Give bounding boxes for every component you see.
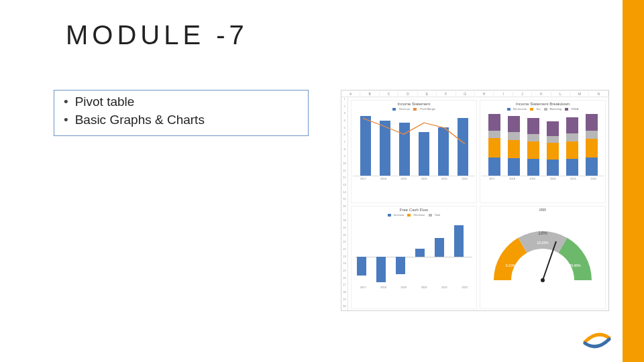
col-header: C <box>380 92 398 96</box>
legend-swatch-icon <box>413 108 417 111</box>
col-header: E <box>418 92 437 96</box>
col-header: D <box>398 92 417 96</box>
col-header: M <box>570 92 589 96</box>
bar-segment <box>586 131 598 139</box>
bar <box>454 225 464 257</box>
chart-plot-area <box>353 218 475 285</box>
bar-stack <box>586 114 598 176</box>
chart-income-breakdown: Income Statement Breakdown Net Income Ta… <box>480 100 606 203</box>
bar-segment <box>488 131 500 139</box>
chart-x-labels: 201720182019202020212022 <box>353 177 475 180</box>
col-header: J <box>513 92 532 96</box>
chart-title: Income Statement Breakdown <box>482 102 604 106</box>
bar-stack <box>488 114 500 176</box>
bar-stack <box>547 121 559 176</box>
bar <box>435 238 444 257</box>
bullet-box: Pivot table Basic Graphs & Charts <box>54 90 309 136</box>
chart-irr-gauge: IRR 18% 0-10% 10-20% 20-30% <box>480 206 606 309</box>
bar-segment <box>527 141 539 160</box>
bar <box>360 116 371 176</box>
bar-segment <box>488 138 500 157</box>
bar-segment <box>586 139 598 158</box>
gauge-band-label: 10-20% <box>537 241 549 245</box>
bullet-item: Basic Graphs & Charts <box>64 111 299 129</box>
bar <box>399 123 410 176</box>
bar-segment <box>586 114 598 131</box>
bar-segment <box>566 159 578 176</box>
bar-segment <box>508 132 520 140</box>
chart-title: IRR <box>482 208 604 212</box>
chart-legend: Increase Decrease Total <box>353 213 475 217</box>
chart-free-cash-flow: Free Cash Flow Increase Decrease Total 2… <box>351 206 477 309</box>
col-header: L <box>551 92 570 96</box>
bar-segment <box>488 158 500 176</box>
col-header: K <box>532 92 551 96</box>
bar-stack <box>508 116 520 176</box>
gauge-value-label: 18% <box>538 231 547 235</box>
bullet-item: Pivot table <box>64 93 299 111</box>
chart-x-labels: 201720182019202020212022 <box>482 177 604 180</box>
bar-segment <box>547 143 559 160</box>
bar <box>415 249 425 257</box>
bar-segment <box>566 141 578 159</box>
chart-income-statement: Income Statement Revenue Profit Margin 2… <box>351 100 477 203</box>
bar <box>380 121 390 176</box>
legend-label: Marketing <box>550 107 562 111</box>
chart-title: Free Cash Flow <box>353 208 475 212</box>
legend-swatch-icon <box>530 108 533 111</box>
bar-segment <box>547 136 559 143</box>
bar-segment <box>547 121 559 136</box>
chart-plot-area <box>482 112 604 176</box>
legend-label: Revenue <box>399 107 410 111</box>
legend-label: SG&A <box>571 107 578 111</box>
bar <box>458 118 468 176</box>
chart-plot-area <box>353 112 475 176</box>
gauge-band-label: 0-10% <box>506 263 516 267</box>
legend-swatch-icon <box>565 108 568 111</box>
col-header: H <box>475 92 494 96</box>
bar-stack <box>527 118 539 176</box>
chart-x-labels: 201720182019202020212022 <box>353 286 475 289</box>
bar-segment <box>566 117 578 133</box>
bar-segment <box>527 118 539 133</box>
legend-swatch-icon <box>507 108 511 111</box>
legend-label: Decrease <box>413 213 425 217</box>
bar <box>357 257 366 276</box>
accent-bar <box>623 0 644 362</box>
chart-plot-area: 18% 0-10% 10-20% 20-30% <box>482 213 604 287</box>
chart-grid: Income Statement Revenue Profit Margin 2… <box>348 97 608 312</box>
excel-screenshot: A B C D E F G H I J K L M N 123456789101… <box>341 90 609 311</box>
bar <box>396 257 405 274</box>
bar-stack <box>566 117 578 176</box>
gauge-band <box>563 245 583 280</box>
spreadsheet-column-headers: A B C D E F G H I J K L M N <box>341 90 608 97</box>
legend-swatch-icon <box>392 108 396 111</box>
gauge-band <box>502 245 523 280</box>
chart-title: Income Statement <box>353 102 475 106</box>
spreadsheet-row-numbers: 1234567891011121314151617181920212223242… <box>341 97 348 312</box>
bar-segment <box>586 158 598 176</box>
bar-segment <box>527 134 539 141</box>
bar <box>419 132 429 176</box>
col-header: F <box>437 92 455 96</box>
bar-segment <box>508 158 520 176</box>
chart-legend: Revenue Profit Margin <box>353 107 475 111</box>
bar-segment <box>508 140 520 158</box>
legend-label: Profit Margin <box>420 107 435 111</box>
col-header: I <box>494 92 513 96</box>
page-title: MODULE -7 <box>66 20 248 50</box>
bar <box>438 127 449 176</box>
bar-segment <box>547 160 559 176</box>
bar <box>376 257 386 282</box>
col-header: G <box>456 92 475 96</box>
legend-label: Increase <box>394 213 404 217</box>
bar-segment <box>566 133 578 141</box>
gauge-hub <box>541 278 545 282</box>
legend-swatch-icon <box>429 214 432 217</box>
gauge-svg: 18% 0-10% 10-20% 20-30% <box>489 220 596 287</box>
bar-segment <box>508 116 520 132</box>
gauge-band-label: 20-30% <box>569 263 581 267</box>
legend-label: Total <box>435 213 440 217</box>
legend-label: Tax <box>536 107 540 111</box>
legend-swatch-icon <box>388 214 391 217</box>
